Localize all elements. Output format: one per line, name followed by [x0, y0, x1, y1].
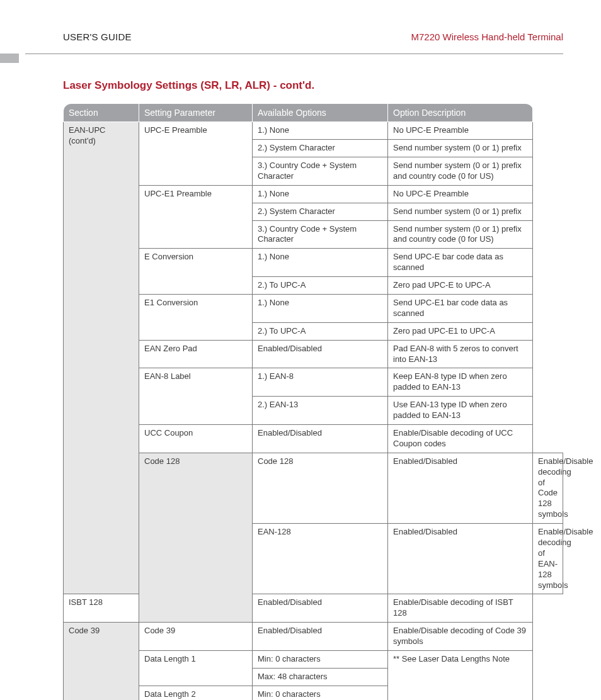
setting-cell: UCC Coupon: [139, 425, 253, 453]
header-divider: [25, 54, 563, 54]
setting-cell: Code 39: [139, 623, 253, 651]
parameters-table: Section Setting Parameter Available Opti…: [63, 103, 563, 700]
table-row: Code 39Code 39Enabled/DisabledEnable/Dis…: [64, 623, 563, 651]
table-row: EAN-UPC (cont'd)UPC-E Preamble1.) NoneNo…: [64, 122, 563, 140]
desc-cell: Keep EAN-8 type ID when zero padded to E…: [388, 368, 533, 397]
desc-cell: Zero pad UPC-E to UPC-A: [388, 277, 533, 295]
option-cell: Max: 48 characters: [253, 668, 388, 686]
option-cell: 1.) None: [253, 122, 388, 140]
option-cell: Min: 0 characters: [253, 686, 388, 700]
desc-cell: Send number system (0 or 1) prefix: [388, 140, 533, 157]
desc-cell: Use EAN-13 type ID when zero padded to E…: [388, 397, 533, 425]
setting-cell: UPC-E1 Preamble: [139, 185, 253, 249]
desc-cell: Enable/Disable decoding of UCC Coupon co…: [388, 425, 533, 453]
setting-cell: EAN-8 Label: [139, 368, 253, 425]
col-setting: Setting Parameter: [139, 104, 253, 122]
option-cell: 2.) To UPC-A: [253, 322, 388, 340]
table-row: ISBT 128Enabled/DisabledEnable/Disable d…: [64, 594, 563, 623]
option-cell: Enabled/Disabled: [253, 594, 388, 623]
setting-cell: ISBT 128: [64, 594, 139, 623]
option-cell: Enabled/Disabled: [388, 524, 533, 594]
setting-cell: Data Length 2: [139, 686, 253, 700]
option-cell: Enabled/Disabled: [253, 340, 388, 368]
col-desc: Option Description: [388, 104, 533, 122]
option-cell: 2.) To UPC-A: [253, 277, 388, 295]
option-cell: 2.) EAN-13: [253, 397, 388, 425]
page-header: USER'S GUIDE M7220 Wireless Hand-held Te…: [63, 31, 563, 46]
col-options: Available Options: [253, 104, 388, 122]
desc-cell: No UPC-E Preamble: [388, 185, 533, 203]
setting-cell: Code 128: [253, 453, 388, 523]
setting-cell: EAN-128: [253, 524, 388, 594]
setting-cell: Data Length 1: [139, 651, 253, 686]
option-cell: 1.) None: [253, 294, 388, 322]
option-cell: Min: 0 characters: [253, 651, 388, 669]
desc-cell: ** See Laser Data Lengths Note: [388, 651, 533, 700]
header-right: M7220 Wireless Hand-held Terminal: [411, 31, 564, 42]
desc-cell: Pad EAN-8 with 5 zeros to convert into E…: [388, 340, 533, 368]
section-cell: Code 128: [139, 453, 253, 622]
option-cell: 3.) Country Code + System Character: [253, 157, 388, 185]
left-margin-tab: [0, 54, 19, 63]
setting-cell: E1 Conversion: [139, 294, 253, 340]
setting-cell: EAN Zero Pad: [139, 340, 253, 368]
table-body: EAN-UPC (cont'd)UPC-E Preamble1.) NoneNo…: [64, 122, 563, 700]
option-cell: Enabled/Disabled: [388, 453, 533, 523]
document-page: USER'S GUIDE M7220 Wireless Hand-held Te…: [0, 0, 601, 700]
desc-cell: Send number system (0 or 1) prefix and c…: [388, 157, 533, 185]
setting-cell: E Conversion: [139, 249, 253, 295]
option-cell: Enabled/Disabled: [253, 623, 388, 651]
desc-cell: Send number system (0 or 1) prefix: [388, 203, 533, 220]
option-cell: 2.) System Character: [253, 140, 388, 157]
desc-cell: Enable/Disable decoding of Code 39 symbo…: [388, 623, 533, 651]
option-cell: 3.) Country Code + System Character: [253, 220, 388, 249]
desc-cell: Enable/Disable decoding of ISBT 128: [388, 594, 533, 623]
option-cell: 1.) None: [253, 249, 388, 277]
section-title: Laser Symbology Settings (SR, LR, ALR) -…: [63, 79, 563, 92]
section-cell: Code 39: [64, 623, 139, 700]
option-cell: Enabled/Disabled: [253, 425, 388, 453]
parameters-table-wrap: Section Setting Parameter Available Opti…: [63, 103, 563, 700]
option-cell: 1.) EAN-8: [253, 368, 388, 397]
table-header-row: Section Setting Parameter Available Opti…: [64, 104, 563, 122]
desc-cell: Send number system (0 or 1) prefix and c…: [388, 220, 533, 249]
col-section: Section: [64, 104, 139, 122]
desc-cell: Enable/Disable decoding of Code 128 symb…: [533, 453, 563, 523]
section-cell: EAN-UPC (cont'd): [64, 122, 139, 594]
desc-cell: Send UPC-E1 bar code data as scanned: [388, 294, 533, 322]
desc-cell: No UPC-E Preamble: [388, 122, 533, 140]
header-left: USER'S GUIDE: [63, 31, 132, 42]
setting-cell: UPC-E Preamble: [139, 122, 253, 186]
desc-cell: Send UPC-E bar code data as scanned: [388, 249, 533, 277]
option-cell: 1.) None: [253, 185, 388, 203]
desc-cell: Enable/Disable decoding of EAN-128 symbo…: [533, 524, 563, 594]
option-cell: 2.) System Character: [253, 203, 388, 220]
desc-cell: Zero pad UPC-E1 to UPC-A: [388, 322, 533, 340]
